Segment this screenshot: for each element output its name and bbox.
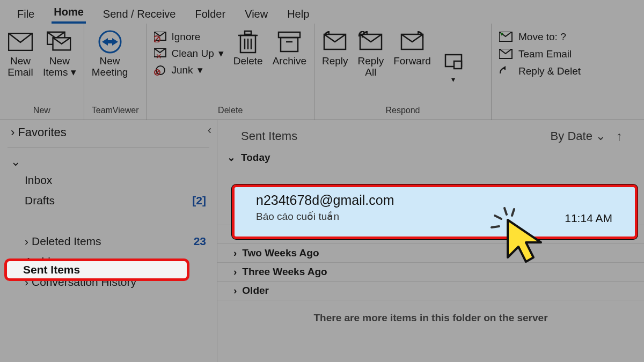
collapse-nav-icon[interactable]: ‹ xyxy=(208,123,211,137)
ignore-icon xyxy=(154,32,167,42)
new-meeting-label: New Meeting xyxy=(92,56,128,78)
menu-file[interactable]: File xyxy=(15,6,36,24)
team-email-icon xyxy=(499,49,513,60)
forward-icon xyxy=(399,31,425,53)
new-items-label: New Items ▾ xyxy=(43,56,76,78)
chevron-down-icon: ⌄ xyxy=(596,129,605,143)
folder-nav-pane: ‹ › Favorites ⌄ Inbox Drafts [2] xyxy=(0,120,217,362)
group-today[interactable]: ⌄ Today xyxy=(217,148,644,167)
quick-move-to[interactable]: Move to: ? xyxy=(499,31,581,43)
group-two-weeks-label: Two Weeks Ago xyxy=(242,247,319,259)
reply-icon xyxy=(322,31,348,53)
folder-inbox-label: Inbox xyxy=(25,174,52,187)
menu-home[interactable]: Home xyxy=(52,4,86,24)
ribbon: New Email New Items ▾ New New Meeting xyxy=(0,24,644,120)
chevron-down-icon: ▾ xyxy=(197,64,203,76)
folder-sent-items-placeholder xyxy=(0,211,217,231)
folder-deleted[interactable]: ›Deleted Items 23 xyxy=(0,231,217,252)
ribbon-group-respond: Reply Reply All Forward xyxy=(314,24,492,120)
group-label-delete: Delete xyxy=(154,104,306,119)
email-time: 11:14 AM xyxy=(565,212,612,225)
folder-inbox[interactable]: Inbox xyxy=(0,170,217,190)
menu-help[interactable]: Help xyxy=(285,6,311,24)
favorites-section[interactable]: › Favorites xyxy=(0,120,217,145)
chevron-down-icon: ▾ xyxy=(71,67,76,78)
outlook-app: File Home Send / Receive Folder View Hel… xyxy=(0,0,644,362)
menubar: File Home Send / Receive Folder View Hel… xyxy=(0,0,644,24)
quick-team-email[interactable]: Team Email xyxy=(499,48,581,60)
trash-icon xyxy=(235,31,261,53)
quick-move-to-label: Move to: ? xyxy=(518,31,566,43)
email-row-selected[interactable]: n234t678d@gmail.com Báo cáo cuối tuần 11… xyxy=(232,184,638,239)
archive-icon xyxy=(276,31,302,53)
svg-marker-36 xyxy=(502,66,506,70)
cleanup-icon: ✕ xyxy=(154,48,167,59)
ribbon-group-quicksteps: Move to: ? Team Email Reply & Delet xyxy=(492,24,644,120)
message-list-pane: Sent Items By Date ⌄ ↑ ⌄ Today › Last We… xyxy=(217,120,644,362)
menu-send-receive[interactable]: Send / Receive xyxy=(101,6,178,24)
chevron-right-icon: › xyxy=(11,125,14,139)
envelopes-stack-icon xyxy=(47,31,72,53)
svg-rect-6 xyxy=(107,40,113,43)
reply-button[interactable]: Reply xyxy=(322,31,348,67)
chevron-down-icon: ▾ xyxy=(451,76,455,84)
svg-marker-4 xyxy=(102,38,108,46)
list-title: Sent Items xyxy=(241,129,297,143)
folder-deleted-label: Deleted Items xyxy=(32,235,101,248)
archive-label: Archive xyxy=(273,56,306,67)
reply-delete-icon xyxy=(499,66,513,77)
svg-rect-22 xyxy=(281,38,298,51)
new-email-label: New Email xyxy=(8,56,33,78)
folder-sent-label: Sent Items xyxy=(23,263,80,276)
svg-rect-17 xyxy=(245,31,251,34)
quick-reply-delete[interactable]: Reply & Delet xyxy=(499,65,581,77)
menu-view[interactable]: View xyxy=(243,6,270,24)
group-today-label: Today xyxy=(241,152,270,164)
svg-rect-32 xyxy=(454,61,462,69)
forward-label: Forward xyxy=(393,56,431,67)
drafts-count: [2] xyxy=(192,194,206,207)
reply-all-button[interactable]: Reply All xyxy=(358,31,384,78)
group-label-respond: Respond xyxy=(322,104,484,119)
account-toggle[interactable]: ⌄ xyxy=(0,150,217,170)
ignore-button[interactable]: Ignore xyxy=(154,31,223,43)
chevron-right-icon: › xyxy=(233,285,237,297)
email-address: n234t678d@gmail.com xyxy=(256,193,621,208)
sort-button[interactable]: By Date ⌄ xyxy=(551,129,605,143)
envelope-icon xyxy=(8,31,33,53)
menu-folder[interactable]: Folder xyxy=(193,6,228,24)
folder-drafts-label: Drafts xyxy=(25,194,55,207)
more-respond-button[interactable]: ▾ xyxy=(441,51,466,84)
folder-drafts[interactable]: Drafts [2] xyxy=(0,190,217,211)
quick-team-email-label: Team Email xyxy=(518,48,572,60)
group-older-label: Older xyxy=(242,285,269,297)
ribbon-group-teamviewer: New Meeting TeamViewer xyxy=(84,24,147,120)
chevron-down-icon: ▾ xyxy=(218,47,224,60)
reply-all-icon xyxy=(358,31,384,53)
group-three-weeks-label: Three Weeks Ago xyxy=(242,266,327,278)
svg-rect-21 xyxy=(279,32,300,38)
group-older[interactable]: › Older xyxy=(217,281,644,300)
folder-sent-items[interactable]: Sent Items xyxy=(4,258,189,281)
new-items-button[interactable]: New Items ▾ xyxy=(43,31,76,78)
group-three-weeks[interactable]: › Three Weeks Ago xyxy=(217,262,644,281)
more-items-message: There are more items in this folder on t… xyxy=(217,300,644,336)
quick-reply-delete-label: Reply & Delet xyxy=(518,65,581,77)
chevron-right-icon: › xyxy=(25,235,28,248)
archive-button[interactable]: Archive xyxy=(273,31,306,67)
delete-label: Delete xyxy=(233,56,263,67)
delete-button[interactable]: Delete xyxy=(233,31,263,67)
forward-button[interactable]: Forward xyxy=(393,31,431,67)
cleanup-button[interactable]: ✕ Clean Up ▾ xyxy=(154,47,223,60)
list-header: Sent Items By Date ⌄ ↑ xyxy=(217,120,644,148)
favorites-label: Favorites xyxy=(18,125,66,139)
sort-direction-icon[interactable]: ↑ xyxy=(616,129,623,144)
chevron-down-icon: ⌄ xyxy=(11,155,20,169)
cleanup-label: Clean Up xyxy=(171,48,214,60)
new-email-button[interactable]: New Email xyxy=(8,31,33,78)
junk-button[interactable]: Junk ▾ xyxy=(154,64,223,76)
reply-label: Reply xyxy=(322,56,348,67)
group-two-weeks[interactable]: › Two Weeks Ago xyxy=(217,243,644,262)
new-meeting-button[interactable]: New Meeting xyxy=(92,31,128,78)
move-to-icon xyxy=(499,32,513,42)
